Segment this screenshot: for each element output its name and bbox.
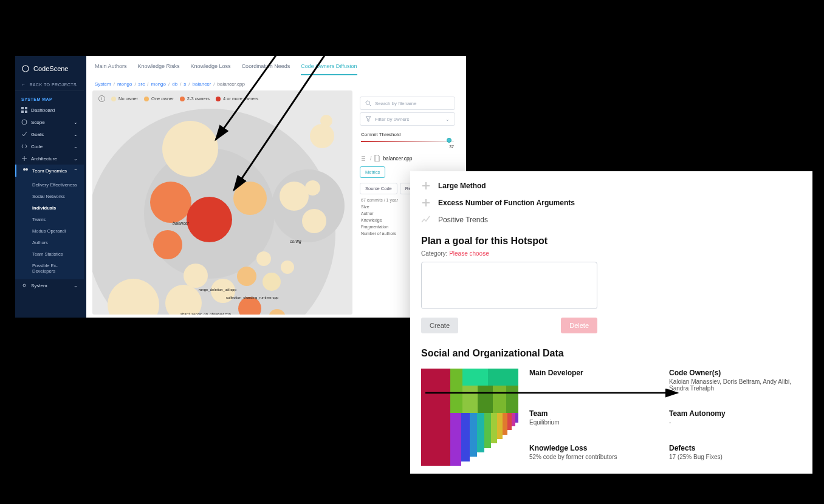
category-row: Category: Please choose [421, 250, 802, 257]
svg-point-9 [366, 101, 369, 104]
architecture-icon [21, 155, 27, 162]
large-method-label: Large Method [438, 182, 486, 190]
plus-icon [421, 198, 431, 208]
subnav-social[interactable]: Social Networks [15, 191, 84, 202]
legend-no-owner: No owner [118, 96, 138, 101]
diffusion-visualization[interactable]: i No owner One owner 2-3 owners 4 or mor… [92, 90, 352, 315]
section-system-map: SYSTEM MAP [15, 91, 84, 104]
selected-file-row: / balancer.cpp [357, 149, 458, 164]
nav-scope[interactable]: Scope ⌄ [15, 116, 84, 128]
excess-args-label: Excess Number of Function Arguments [438, 199, 575, 207]
ownership-treemap[interactable] [421, 369, 518, 466]
code-owners-label: Code Owner(s) [669, 369, 802, 377]
file-collection-sharding: collection_sharding_runtime.cpp [226, 296, 278, 299]
nav-system-label: System [31, 283, 47, 288]
kv-knowledge-k: Knowledge [361, 218, 382, 222]
defects-value: 17 (25% Bug Fixes) [669, 454, 802, 460]
subnav-exdev[interactable]: Possible Ex-Developers [15, 260, 84, 277]
crumb-s[interactable]: s [184, 81, 186, 87]
subnav-stats[interactable]: Team Statistics [15, 248, 84, 260]
logo-icon [21, 64, 30, 73]
commit-threshold-label: Commit Threshold [357, 128, 458, 138]
issue-excess-args[interactable]: Excess Number of Function Arguments [421, 194, 802, 211]
crumb-mongo2[interactable]: mongo [151, 81, 166, 87]
tab-main-authors[interactable]: Main Authors [95, 63, 127, 75]
app-name: CodeScene [33, 65, 69, 72]
nav-scope-label: Scope [31, 120, 45, 125]
target-icon [21, 119, 27, 125]
subnav-individuals[interactable]: Individuals [15, 202, 84, 214]
nav-team-dynamics-label: Team Dynamics [32, 168, 67, 174]
commit-threshold-slider[interactable] [361, 140, 454, 143]
team-label: Team [529, 409, 662, 418]
subnav-delivery[interactable]: Delivery Effectiveness [15, 179, 84, 191]
nav-architecture[interactable]: Architecture ⌄ [15, 152, 84, 165]
crumb-src[interactable]: src [139, 81, 145, 87]
kv-size-k: Size [361, 205, 369, 209]
metrics-button[interactable]: Metrics [360, 166, 385, 178]
back-label: BACK TO PROJECTS [30, 83, 77, 87]
svg-point-6 [23, 168, 26, 171]
category-label: Category: [421, 250, 447, 257]
file-range-deletion: range_deletion_util.cpp [199, 288, 236, 291]
svg-point-0 [22, 66, 29, 72]
team-value: Equilibrium [529, 419, 662, 426]
back-to-projects[interactable]: ← BACK TO PROJECTS [15, 79, 84, 91]
knowledge-loss-label: Knowledge Loss [529, 444, 662, 452]
delete-button[interactable]: Delete [561, 318, 597, 333]
tab-knowledge-loss[interactable]: Knowledge Loss [191, 63, 231, 75]
svg-rect-1 [21, 107, 24, 109]
nav-goals[interactable]: Goals ⌄ [15, 128, 84, 140]
nav-code-label: Code [31, 144, 43, 149]
search-icon [365, 100, 371, 106]
crumb-balancer[interactable]: balancer [193, 81, 211, 87]
legend-one-owner: One owner [151, 96, 174, 101]
chevron-down-icon: ⌄ [74, 132, 78, 137]
threshold-value: 37 [357, 145, 458, 149]
search-input[interactable]: Search by filename [360, 97, 455, 110]
goal-textarea[interactable] [421, 262, 597, 309]
main-developer-block: Main Developer [529, 369, 662, 397]
nav-architecture-label: Architecture [31, 156, 57, 162]
knowledge-loss-value: 52% code by former contributors [529, 454, 662, 460]
crumb-db[interactable]: db [172, 81, 177, 87]
crumb-mongo[interactable]: mongo [117, 81, 132, 87]
app-logo[interactable]: CodeScene [15, 61, 84, 79]
trend-icon [421, 215, 431, 225]
nav-system[interactable]: System ⌄ [15, 279, 84, 291]
tab-code-owners-diffusion[interactable]: Code Owners Diffusion [301, 63, 357, 75]
chevron-down-icon: ⌄ [74, 156, 78, 162]
team-autonomy-label: Team Autonomy [669, 409, 802, 418]
code-owners-value: Kaloian Manassiev, Doris Beltram, Andy A… [669, 378, 802, 392]
issue-large-method[interactable]: Large Method [421, 177, 802, 194]
nav-code[interactable]: Code ⌄ [15, 140, 84, 152]
info-icon[interactable]: i [98, 95, 105, 102]
selected-file-name: balancer.cpp [383, 155, 412, 162]
crumb-system[interactable]: System [95, 81, 111, 87]
code-icon [21, 143, 27, 149]
chevron-up-icon: ⌃ [74, 168, 78, 174]
gear-icon [21, 282, 27, 288]
search-placeholder: Search by filename [375, 101, 416, 106]
nav-dashboard[interactable]: Dashboard [15, 104, 84, 116]
create-button[interactable]: Create [421, 318, 458, 333]
file-shard-server: shard_server_op_observer.cpp [180, 312, 231, 315]
source-code-button[interactable]: Source Code [360, 183, 397, 194]
positive-trends-row[interactable]: Positive Trends [421, 211, 802, 233]
subnav-authors[interactable]: Authors [15, 237, 84, 248]
svg-point-7 [26, 168, 28, 171]
codescene-window: CodeScene ← BACK TO PROJECTS SYSTEM MAP … [15, 56, 466, 318]
filter-by-owners[interactable]: Filter by owners ⌄ [360, 112, 455, 126]
positive-trends-label: Positive Trends [438, 216, 488, 224]
team-dynamics-submenu: Delivery Effectiveness Social Networks I… [15, 177, 84, 279]
defects-block: Defects 17 (25% Bug Fixes) [669, 444, 802, 466]
category-select[interactable]: Please choose [449, 250, 489, 257]
tab-knowledge-risks[interactable]: Knowledge Risks [138, 63, 180, 75]
nav-team-dynamics[interactable]: Team Dynamics ⌃ [15, 165, 84, 177]
subnav-modus[interactable]: Modus Operandi [15, 225, 84, 237]
tab-coordination[interactable]: Coordination Needs [242, 63, 290, 75]
subnav-teams[interactable]: Teams [15, 214, 84, 225]
team-autonomy-value: - [669, 419, 802, 426]
cluster-config-label: config [290, 239, 301, 243]
nav-dashboard-label: Dashboard [31, 107, 55, 113]
